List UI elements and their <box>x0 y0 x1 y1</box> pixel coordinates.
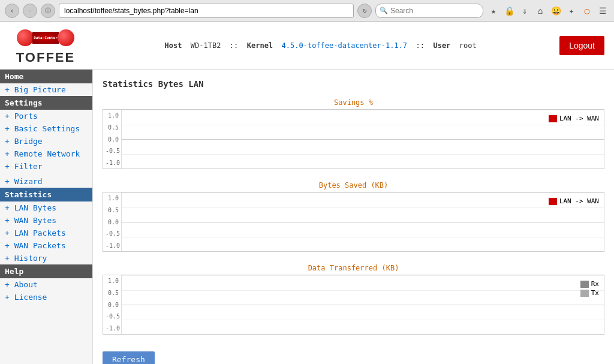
gridline-zero <box>122 139 604 140</box>
forward-button[interactable]: › <box>23 4 37 18</box>
legend-label-lan-wan: LAN -> WAN <box>559 115 599 122</box>
y-min-2: -1.0 <box>106 242 119 249</box>
browser-chrome: ‹ › ⓘ ↻ 🔍 ★ 🔒 ⇓ ⌂ 😀 ✦ ◯ ☰ <box>0 0 614 22</box>
chart-savings-plot: LAN -> WAN <box>121 110 604 169</box>
sidebar-item-big-picture[interactable]: + Big Picture <box>0 83 92 96</box>
page-wrapper: Data-Center TOFFEE Host WD-1TB2 :: Kerne… <box>0 22 614 364</box>
download-icon[interactable]: ⇓ <box>518 4 531 17</box>
sidebar-item-bridge[interactable]: + Bridge <box>0 135 92 148</box>
y-min-3: -1.0 <box>106 325 119 332</box>
gridline-25-3 <box>122 290 604 291</box>
chart-data-transferred-title: Data Transferred (KB) <box>103 264 604 272</box>
chart-bytes-saved: Bytes Saved (KB) 1.0 0.5 0.0 -0.5 -1.0 <box>103 181 604 252</box>
chart-bytes-saved-title: Bytes Saved (KB) <box>103 181 604 189</box>
chart-data-transferred-area: 1.0 0.5 0.0 -0.5 -1.0 <box>103 275 604 335</box>
refresh-browser-button[interactable]: ↻ <box>357 4 372 18</box>
chart-savings-title: Savings % <box>103 98 604 107</box>
y-max-2: 1.0 <box>106 195 119 201</box>
chart-data-transferred: Data Transferred (KB) 1.0 0.5 0.0 -0.5 -… <box>103 264 604 335</box>
logo-text: TOFFEE <box>16 50 75 65</box>
legend-color-tx <box>580 290 589 297</box>
header-info: Host WD-1TB2 :: Kernel 4.5.0-toffee-data… <box>164 41 476 50</box>
legend-label-tx: Tx <box>591 289 599 297</box>
legend-color-rx <box>580 281 589 288</box>
gridline-top-3 <box>122 275 604 276</box>
sidebar-item-history[interactable]: + History <box>0 252 92 264</box>
y-max: 1.0 <box>106 112 119 119</box>
sidebar-item-lan-packets[interactable]: + LAN Packets <box>0 227 92 239</box>
sidebar-item-wan-packets[interactable]: + WAN Packets <box>0 239 92 252</box>
y-mid-high: 0.5 <box>106 124 119 131</box>
search-wrapper: 🔍 <box>375 4 483 18</box>
kernel-label: Kernel <box>247 41 273 50</box>
y-max-3: 1.0 <box>106 278 119 284</box>
legend-label-lan-wan-2: LAN -> WAN <box>559 197 599 205</box>
legend-label-rx: Rx <box>591 280 599 288</box>
sidebar-item-basic-settings[interactable]: + Basic Settings <box>0 122 92 135</box>
gridline-top <box>122 110 604 110</box>
legend-color-lan-wan-2 <box>549 198 557 205</box>
shield-icon[interactable]: 🔒 <box>502 4 516 17</box>
sidebar-help-header[interactable]: Help <box>0 264 92 278</box>
legend-row-rx: Rx <box>580 280 599 288</box>
refresh-button[interactable]: Refresh <box>103 351 155 364</box>
sidebar-item-ports[interactable]: + Ports <box>0 110 92 122</box>
sidebar-item-filter[interactable]: + Filter <box>0 160 92 173</box>
y-min: -1.0 <box>106 160 119 166</box>
y-mid-low: -0.5 <box>106 148 119 154</box>
sidebar-item-wan-bytes[interactable]: + WAN Bytes <box>0 214 92 227</box>
y-mid-low-3: -0.5 <box>106 313 119 320</box>
y-mid-high-3: 0.5 <box>106 290 119 296</box>
candy-right <box>58 29 74 46</box>
legend-color-lan-wan <box>549 115 557 122</box>
host-label: Host <box>164 41 182 50</box>
info-button[interactable]: ⓘ <box>41 4 55 18</box>
candy-subtitle: Data-Center <box>34 35 58 40</box>
sidebar-item-license[interactable]: + License <box>0 291 92 303</box>
page-title: Statistics Bytes LAN <box>103 79 604 89</box>
sidebar: Home + Big Picture Settings + Ports + Ba… <box>0 70 93 364</box>
menu-icon[interactable]: ☰ <box>596 4 609 17</box>
user-label: User <box>433 41 450 50</box>
chart-data-transferred-legend: Rx Tx <box>580 280 599 297</box>
y-zero-3: 0.0 <box>106 302 119 308</box>
sidebar-item-lan-bytes[interactable]: + LAN Bytes <box>0 201 92 214</box>
sidebar-item-about[interactable]: + About <box>0 278 92 291</box>
candy-center: Data-Center <box>32 32 59 44</box>
y-zero-2: 0.0 <box>106 219 119 225</box>
sidebar-item-wizard[interactable]: + Wizard <box>0 175 92 188</box>
browser-toolbar-icons: ★ 🔒 ⇓ ⌂ 😀 ✦ ◯ ☰ <box>487 4 609 17</box>
gridline-75-3 <box>122 320 604 320</box>
emoji-icon[interactable]: 😀 <box>549 4 562 17</box>
search-input[interactable] <box>375 4 483 18</box>
logout-button[interactable]: Logout <box>559 36 604 55</box>
search-icon: 🔍 <box>380 7 388 14</box>
sidebar-item-remote-network[interactable]: + Remote Network <box>0 148 92 160</box>
kernel-value: 4.5.0-toffee-datacenter-1.1.7 <box>282 41 408 50</box>
content-area: Statistics Bytes LAN Savings % 1.0 0.5 0… <box>93 70 614 364</box>
gridline-25 <box>122 125 604 125</box>
sidebar-statistics-header[interactable]: Statistics <box>0 188 92 201</box>
main-layout: Home + Big Picture Settings + Ports + Ba… <box>0 70 614 364</box>
chart-bytes-saved-area: 1.0 0.5 0.0 -0.5 -1.0 LAN -> WAN <box>103 192 604 252</box>
pocket-icon[interactable]: ✦ <box>565 4 578 17</box>
sidebar-settings-header[interactable]: Settings <box>0 96 92 110</box>
url-bar[interactable] <box>59 4 354 18</box>
bookmark-icon[interactable]: ★ <box>487 4 500 17</box>
legend-row-tx: Tx <box>580 289 599 297</box>
site-header: Data-Center TOFFEE Host WD-1TB2 :: Kerne… <box>0 22 614 70</box>
home-icon[interactable]: ⌂ <box>534 4 547 17</box>
chart-data-transferred-y-axis: 1.0 0.5 0.0 -0.5 -1.0 <box>103 275 121 334</box>
chart-savings-legend: LAN -> WAN <box>549 115 599 122</box>
firefox-icon[interactable]: ◯ <box>580 4 594 17</box>
sidebar-home-header[interactable]: Home <box>0 70 92 83</box>
gridline-75 <box>122 154 604 155</box>
host-value: WD-1TB2 <box>191 41 221 50</box>
chart-bytes-saved-plot: LAN -> WAN <box>121 192 604 251</box>
gridline-zero-2 <box>122 222 604 222</box>
chart-bytes-saved-legend: LAN -> WAN <box>549 197 599 205</box>
chart-savings-area: 1.0 0.5 0.0 -0.5 -1.0 LAN -> WAN <box>103 109 604 169</box>
back-button[interactable]: ‹ <box>5 4 19 18</box>
gridline-75-2 <box>122 237 604 237</box>
gridline-top-2 <box>122 192 604 193</box>
